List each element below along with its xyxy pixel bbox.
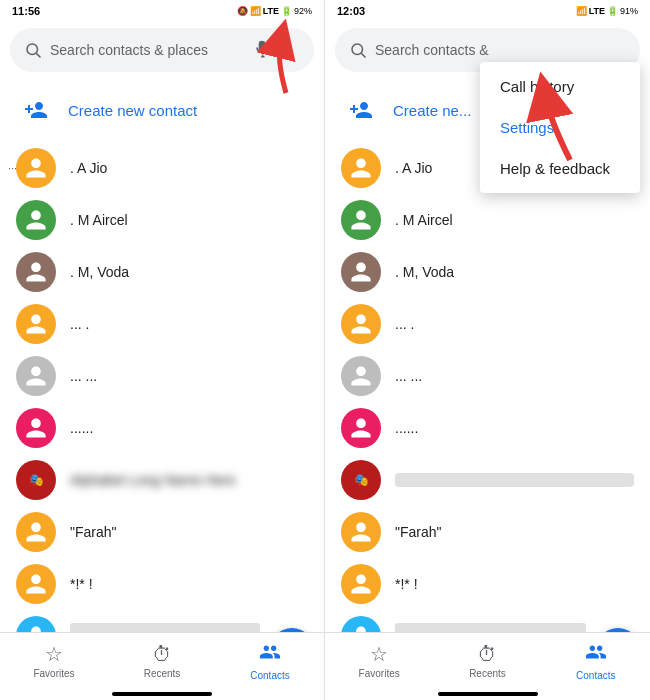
more-vert-icon[interactable] xyxy=(280,40,300,60)
contact-name: . M, Voda xyxy=(70,264,129,280)
create-new-contact[interactable]: Create new contact xyxy=(0,78,324,142)
right-contact-item[interactable]: *!* ! xyxy=(325,558,650,610)
right-contact-item-bottom[interactable]: bye(SA... xyxy=(325,610,650,632)
right-contact-item[interactable]: 🎭 xyxy=(325,454,650,506)
contact-name: *!* ! xyxy=(70,576,93,592)
right-panel: 12:03 📶 LTE 🔋 91% Search contacts & Call… xyxy=(325,0,650,700)
right-status-icons: 📶 LTE 🔋 91% xyxy=(576,6,638,16)
contact-avatar xyxy=(341,200,381,240)
right-contact-item[interactable]: ... ... xyxy=(325,350,650,402)
right-signal-icon: 📶 xyxy=(576,6,587,16)
right-time: 12:03 xyxy=(337,5,365,17)
search-icon xyxy=(24,41,42,59)
contact-name: ...... xyxy=(70,420,93,436)
battery-pct: 92% xyxy=(294,6,312,16)
right-contact-item[interactable]: ...... xyxy=(325,402,650,454)
contact-avatar xyxy=(341,252,381,292)
dropdown-help-feedback[interactable]: Help & feedback xyxy=(480,148,640,189)
contact-name: ...... xyxy=(395,420,418,436)
dropdown-menu: Call history Settings Help & feedback xyxy=(480,62,640,193)
contact-item[interactable]: "Farah" xyxy=(0,506,324,558)
contact-item[interactable]: . M, Voda xyxy=(0,246,324,298)
contact-item[interactable]: ...... xyxy=(0,402,324,454)
contact-avatar xyxy=(16,616,56,632)
contact-name: . A Jio xyxy=(395,160,432,176)
nav-contacts[interactable]: Contacts xyxy=(216,633,324,688)
svg-point-3 xyxy=(289,49,292,52)
right-nav-favorites[interactable]: ☆ Favorites xyxy=(325,633,433,688)
left-time: 11:56 xyxy=(12,5,40,17)
contact-avatar xyxy=(16,200,56,240)
right-create-new-label: Create ne... xyxy=(393,102,471,119)
contact-name: . M Aircel xyxy=(395,212,453,228)
svg-line-6 xyxy=(361,53,365,57)
right-person-add-icon xyxy=(341,90,381,130)
contact-item[interactable]: ... . xyxy=(0,298,324,350)
contact-avatar: 🎭 xyxy=(341,460,381,500)
right-bottom-nav: ☆ Favorites ⏱ Recents Contacts xyxy=(325,632,650,688)
contact-item[interactable]: ... ... xyxy=(0,350,324,402)
contact-avatar xyxy=(341,408,381,448)
right-nav-favorites-label: Favorites xyxy=(359,668,400,679)
contact-avatar: 🎭 xyxy=(16,460,56,500)
mic-icon[interactable] xyxy=(252,40,272,60)
contact-name: ... . xyxy=(70,316,89,332)
nav-favorites-label: Favorites xyxy=(33,668,74,679)
right-search-input[interactable]: Search contacts & xyxy=(375,42,626,58)
create-new-label: Create new contact xyxy=(68,102,197,119)
nav-recents[interactable]: ⏱ Recents xyxy=(108,633,216,688)
contact-avatar xyxy=(16,512,56,552)
contact-name: *!* ! xyxy=(395,576,418,592)
right-contact-item[interactable]: ... . xyxy=(325,298,650,350)
contact-item[interactable]: ··· . A Jio xyxy=(0,142,324,194)
whatsapp-icon: 🔕 xyxy=(237,6,248,16)
person-add-icon xyxy=(16,90,56,130)
contact-avatar xyxy=(341,512,381,552)
contact-avatar xyxy=(16,252,56,292)
left-panel: 11:56 🔕 📶 LTE 🔋 92% Search contacts & pl… xyxy=(0,0,325,700)
home-indicator xyxy=(112,692,212,696)
right-battery-icon: 🔋 xyxy=(607,6,618,16)
contact-name: . A Jio xyxy=(70,160,107,176)
contact-avatar xyxy=(341,616,381,632)
left-bottom-nav: ☆ Favorites ⏱ Recents Contacts xyxy=(0,632,324,688)
right-home-indicator xyxy=(438,692,538,696)
nav-favorites[interactable]: ☆ Favorites xyxy=(0,633,108,688)
svg-point-5 xyxy=(352,44,363,55)
contact-name: ... . xyxy=(395,316,414,332)
left-status-icons: 🔕 📶 LTE 🔋 92% xyxy=(237,6,312,16)
contact-name: "Farah" xyxy=(395,524,442,540)
contact-name: . M, Voda xyxy=(395,264,454,280)
right-contacts-icon xyxy=(585,641,607,668)
left-contact-list: Create new contact ··· . A Jio . M Airce… xyxy=(0,78,324,632)
right-contact-item[interactable]: "Farah" xyxy=(325,506,650,558)
contact-item[interactable]: 🎭 Alphabet Long Name Here xyxy=(0,454,324,506)
right-battery-pct: 91% xyxy=(620,6,638,16)
contact-item[interactable]: *!* ! xyxy=(0,558,324,610)
contact-avatar xyxy=(341,304,381,344)
contact-avatar xyxy=(16,356,56,396)
contact-item-bottom[interactable] xyxy=(0,610,324,632)
right-lte-icon: LTE xyxy=(589,6,605,16)
left-search-bar[interactable]: Search contacts & places xyxy=(10,28,314,72)
right-nav-contacts[interactable]: Contacts xyxy=(542,633,650,688)
dropdown-call-history[interactable]: Call history xyxy=(480,66,640,107)
dropdown-settings[interactable]: Settings xyxy=(480,107,640,148)
search-input[interactable]: Search contacts & places xyxy=(50,42,244,58)
contact-name: ... ... xyxy=(70,368,97,384)
svg-point-4 xyxy=(289,55,292,58)
contact-avatar xyxy=(16,408,56,448)
contact-avatar xyxy=(16,304,56,344)
right-search-icon xyxy=(349,41,367,59)
right-contact-item[interactable]: . M Aircel xyxy=(325,194,650,246)
signal-icon: 📶 xyxy=(250,6,261,16)
contact-name: ... ... xyxy=(395,368,422,384)
right-contact-item[interactable]: . M, Voda xyxy=(325,246,650,298)
right-nav-contacts-label: Contacts xyxy=(576,670,615,681)
contact-avatar xyxy=(341,148,381,188)
contact-name: . M Aircel xyxy=(70,212,128,228)
right-nav-recents[interactable]: ⏱ Recents xyxy=(433,633,541,688)
contact-avatar xyxy=(16,148,56,188)
contact-item[interactable]: . M Aircel xyxy=(0,194,324,246)
lte-icon: LTE xyxy=(263,6,279,16)
